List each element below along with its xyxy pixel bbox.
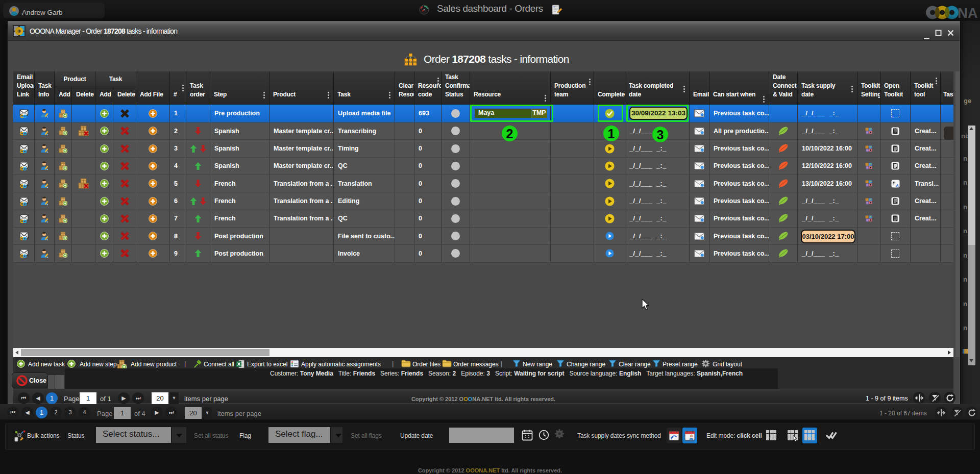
svg-text:NA: NA (958, 6, 978, 19)
